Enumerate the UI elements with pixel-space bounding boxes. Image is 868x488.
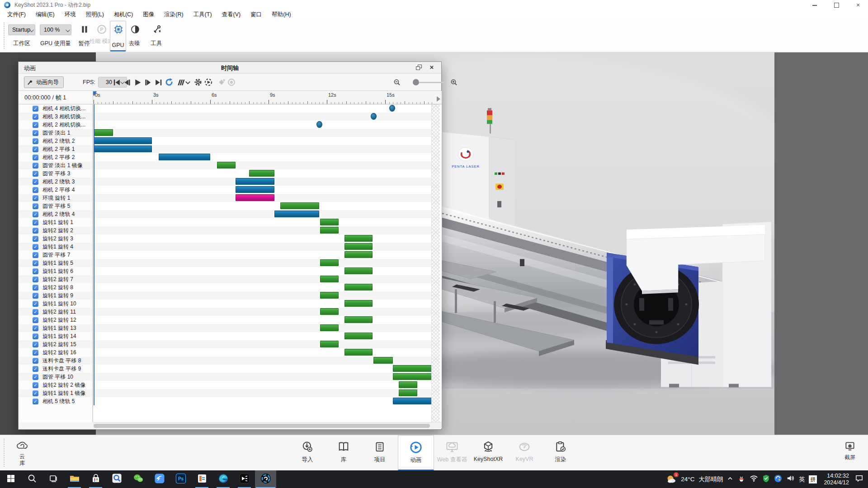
tools-button[interactable] — [151, 23, 163, 35]
keyframe-marker[interactable] — [389, 105, 395, 112]
animation-bar[interactable] — [344, 333, 373, 339]
timeline-settings-button[interactable] — [193, 77, 203, 87]
animation-bar[interactable] — [393, 373, 432, 380]
pause-button[interactable] — [79, 23, 90, 35]
keyframe-marker[interactable] — [316, 121, 322, 128]
animation-bar[interactable] — [320, 259, 339, 266]
track-row[interactable]: ✓圆管 平移 5 — [19, 202, 92, 210]
skip-to-end-button[interactable] — [153, 77, 163, 87]
track-row[interactable]: ✓圆管 平移 10 — [19, 373, 92, 381]
track-row[interactable]: ✓送料卡盘 平移 8 — [19, 357, 92, 365]
previous-frame-button[interactable] — [122, 77, 132, 87]
track-checkbox[interactable]: ✓ — [33, 350, 38, 356]
track-checkbox[interactable]: ✓ — [33, 390, 38, 396]
ribbon-drag-handle[interactable] — [4, 439, 5, 467]
track-checkbox[interactable]: ✓ — [33, 211, 38, 217]
menu-item-5[interactable]: 相机(C) — [109, 10, 138, 19]
animation-bar[interactable] — [320, 308, 339, 315]
menu-item-6[interactable]: 图像 — [138, 10, 159, 19]
track-checkbox[interactable]: ✓ — [33, 260, 38, 266]
close-button[interactable]: × — [848, 0, 868, 10]
weather-icon[interactable]: 1 — [666, 474, 677, 485]
speaker-icon[interactable] — [786, 474, 795, 484]
taskbar-app-wps[interactable] — [191, 470, 212, 488]
timeline-ruler[interactable]: 0s3s6s9s12s15s — [93, 91, 442, 104]
track-checkbox[interactable]: ✓ — [33, 203, 38, 209]
minimize-button[interactable] — [805, 0, 825, 10]
track-checkbox[interactable]: ✓ — [33, 138, 38, 144]
track-row[interactable]: ✓相机 2 绕轨 2 — [19, 137, 92, 145]
menu-item-7[interactable]: 渲染(R) — [159, 10, 188, 19]
track-checkbox[interactable]: ✓ — [33, 195, 38, 201]
track-checkbox[interactable]: ✓ — [33, 155, 38, 160]
track-row[interactable]: ✓圆管 平移 3 — [19, 169, 92, 178]
track-row[interactable]: ✓旋转2 旋转 8 — [19, 283, 92, 291]
notification-icon[interactable] — [855, 474, 863, 484]
play-button[interactable] — [132, 77, 142, 87]
track-row[interactable]: ✓相机 3 相机切换... — [19, 113, 92, 121]
track-row[interactable]: ✓旋转2 旋转 7 — [19, 275, 92, 283]
track-checkbox[interactable]: ✓ — [33, 333, 38, 339]
track-checkbox[interactable]: ✓ — [33, 268, 38, 274]
track-row[interactable]: ✓相机 2 绕轨 4 — [19, 210, 92, 218]
track-row[interactable]: ✓相机 2 绕轨 3 — [19, 178, 92, 186]
track-row[interactable]: ✓相机 4 相机切换... — [19, 104, 92, 113]
gantt-area[interactable] — [93, 104, 442, 422]
security-shield-icon[interactable] — [762, 474, 770, 484]
timeline-zoom-slider[interactable] — [419, 82, 445, 83]
animation-bar[interactable] — [344, 300, 373, 307]
track-row[interactable]: ✓环境 旋转 1 — [19, 194, 92, 202]
taskbar-app-search[interactable] — [21, 470, 42, 488]
track-checkbox[interactable]: ✓ — [33, 114, 38, 120]
zoom-slider-knob[interactable] — [413, 79, 419, 85]
timeline-window[interactable]: 动画 时间轴 × 动画向导 FPS: 30 — [18, 61, 442, 430]
track-checkbox[interactable]: ✓ — [33, 244, 38, 250]
language-indicator[interactable]: 英 — [799, 475, 805, 483]
track-checkbox[interactable]: ✓ — [33, 106, 38, 112]
taskbar-app-edge[interactable] — [212, 470, 234, 488]
weather-temperature[interactable]: 24°C — [681, 476, 694, 483]
taskbar-app-photoshop[interactable]: Ps — [170, 470, 191, 488]
track-row[interactable]: ✓旋转2 旋转 11 — [19, 308, 92, 316]
gpu-usage-dropdown[interactable]: 100 % — [40, 24, 71, 35]
animation-bar[interactable] — [344, 316, 373, 323]
ribbon-item-keyshot-xr[interactable]: KeyShotXR — [470, 435, 506, 471]
weather-condition[interactable]: 大部晴朗 — [698, 475, 723, 483]
zoom-out-icon[interactable] — [392, 77, 402, 87]
next-frame-button[interactable] — [143, 77, 153, 87]
menu-item-10[interactable]: 窗口 — [245, 10, 267, 19]
taskbar-app-ms-store[interactable] — [85, 470, 106, 488]
animation-bar[interactable] — [94, 145, 152, 152]
track-checkbox[interactable]: ✓ — [33, 163, 38, 169]
track-row[interactable]: ✓旋转2 旋转 2 镜像 — [19, 381, 92, 389]
track-checkbox[interactable]: ✓ — [33, 309, 38, 315]
wifi-icon[interactable] — [750, 474, 758, 484]
taskbar-app-everything[interactable] — [106, 470, 127, 488]
track-row[interactable]: ✓旋转1 旋转 10 — [19, 300, 92, 308]
animation-bar[interactable] — [393, 365, 432, 372]
track-row[interactable]: ✓圆管 淡出 1 镜像 — [19, 161, 92, 169]
animation-bar[interactable] — [320, 227, 339, 234]
taskbar-app-task-view[interactable] — [42, 470, 64, 488]
animation-bar[interactable] — [274, 211, 319, 217]
track-row[interactable]: ✓旋转2 旋转 16 — [19, 348, 92, 357]
playhead-line[interactable] — [94, 104, 94, 405]
thunder-mini-icon[interactable] — [774, 474, 782, 484]
animation-bar[interactable] — [373, 357, 393, 364]
menu-item-1[interactable]: 文件(F) — [2, 10, 31, 19]
animation-bar[interactable] — [320, 341, 339, 347]
track-row[interactable]: ✓旋转2 旋转 12 — [19, 316, 92, 324]
animation-bar[interactable] — [344, 267, 373, 274]
animation-bar[interactable] — [344, 251, 373, 258]
track-row[interactable]: ✓旋转1 旋转 9 — [19, 291, 92, 300]
track-checkbox[interactable]: ✓ — [33, 301, 38, 307]
animation-bar[interactable] — [217, 162, 236, 169]
track-checkbox[interactable]: ✓ — [33, 228, 38, 234]
skip-to-start-button[interactable] — [112, 77, 122, 87]
taskbar-clock[interactable]: 14:02:32 2024/4/12 — [824, 473, 849, 486]
track-checkbox[interactable]: ✓ — [33, 236, 38, 242]
track-checkbox[interactable]: ✓ — [33, 122, 38, 128]
animation-bar[interactable] — [236, 178, 274, 185]
track-checkbox[interactable]: ✓ — [33, 187, 38, 193]
menu-item-9[interactable]: 查看(V) — [217, 10, 246, 19]
